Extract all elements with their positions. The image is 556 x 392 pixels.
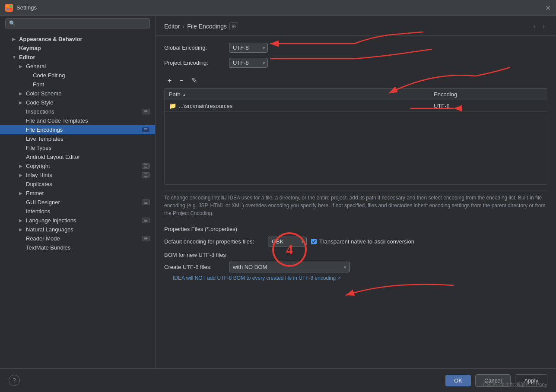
expand-arrow: ▶: [19, 218, 24, 223]
project-encoding-label: Project Encoding:: [164, 60, 225, 66]
ok-button[interactable]: OK: [445, 375, 471, 386]
sidebar-item-gui-designer[interactable]: GUI Designer ☰: [0, 198, 155, 207]
default-encoding-row: Default encoding for properties files: G…: [164, 237, 547, 247]
expand-arrow: ▶: [12, 37, 17, 41]
sidebar-item-file-code-templates[interactable]: File and Code Templates: [0, 116, 155, 125]
sidebar-item-label: Inspections: [26, 108, 54, 115]
main-layout: ▶ Appearance & Behavior Keymap ▼ Editor …: [0, 16, 556, 368]
title-bar: Settings ✕: [0, 0, 556, 16]
search-input[interactable]: [5, 18, 150, 28]
sidebar-item-file-encodings[interactable]: File Encodings ☰: [0, 125, 155, 134]
sidebar-item-label: Font: [33, 81, 44, 88]
search-container: [0, 16, 155, 31]
table-row[interactable]: 📁 ...\src\main\resources UTF-8: [165, 100, 547, 112]
sidebar-item-label: File Encodings: [26, 126, 63, 133]
table-empty-space: [165, 115, 547, 184]
content-area: Editor › File Encodings ⊞ ‹ › Global Enc…: [156, 16, 556, 368]
sidebar-item-label: Editor: [19, 54, 35, 60]
sidebar-item-language-injections[interactable]: ▶ Language Injections ☰: [0, 216, 155, 225]
sidebar-item-label: Emmet: [26, 190, 44, 196]
breadcrumb-icon: ⊞: [229, 22, 238, 30]
sidebar-item-label: Keymap: [19, 45, 41, 51]
encoding-column-header[interactable]: Encoding: [429, 89, 547, 100]
bom-section-title: BOM for new UTF-8 files: [164, 252, 547, 258]
sidebar-item-code-editing[interactable]: Code Editing: [0, 71, 155, 80]
close-button[interactable]: ✕: [545, 3, 551, 12]
nav-back-button[interactable]: ‹: [531, 22, 538, 31]
create-utf8-select[interactable]: with NO BOM: [229, 262, 350, 272]
transparent-checkbox[interactable]: [311, 239, 317, 244]
bom-section: BOM for new UTF-8 files Create UTF-8 fil…: [164, 252, 547, 281]
sidebar-item-label: Language Injections: [26, 217, 76, 224]
help-button[interactable]: ?: [9, 375, 20, 386]
watermark: CSDN @大数据架构师Pony: [483, 381, 547, 389]
path-column-header[interactable]: Path: [165, 89, 429, 100]
sidebar-item-label: Copyright: [26, 163, 50, 169]
sidebar-item-keymap[interactable]: Keymap: [0, 44, 155, 53]
nav-forward-button[interactable]: ›: [540, 22, 547, 31]
bottom-bar: ? OK Cancel Apply: [0, 368, 556, 392]
sidebar-item-color-scheme[interactable]: ▶ Color Scheme: [0, 89, 155, 98]
project-encoding-wrapper: UTF-8: [229, 58, 268, 68]
default-encoding-select[interactable]: GBK: [268, 237, 307, 247]
sidebar-item-label: Reader Mode: [26, 235, 60, 242]
sidebar-item-duplicates[interactable]: Duplicates: [0, 180, 155, 189]
sidebar-item-natural-languages[interactable]: ▶ Natural Languages: [0, 225, 155, 234]
expand-arrow: ▶: [19, 173, 24, 177]
content-body: Global Encoding: UTF-8 Project Encoding:…: [156, 36, 556, 288]
svg-rect-0: [6, 5, 9, 7]
add-button[interactable]: +: [164, 75, 175, 86]
create-utf8-row: Create UTF-8 files: with NO BOM: [164, 262, 547, 272]
remove-button[interactable]: −: [176, 75, 187, 86]
sidebar-item-textmate-bundles[interactable]: TextMate Bundles: [0, 243, 155, 252]
path-with-icon: 📁 ...\src\main\resources: [169, 102, 425, 109]
sidebar-item-general[interactable]: ▶ General: [0, 62, 155, 71]
sidebar-item-code-style[interactable]: ▶ Code Style: [0, 98, 155, 107]
sidebar-item-emmet[interactable]: ▶ Emmet: [0, 189, 155, 198]
sidebar-item-intentions[interactable]: Intentions: [0, 207, 155, 216]
breadcrumb-part2: File Encodings: [187, 23, 227, 30]
app-icon: [5, 4, 13, 12]
sidebar-item-live-templates[interactable]: Live Templates: [0, 134, 155, 143]
sidebar-item-label: TextMate Bundles: [26, 244, 70, 251]
sidebar-item-label: File Types: [26, 145, 51, 151]
lang-inject-badge: ☰: [142, 218, 150, 223]
sidebar-item-label: Natural Languages: [26, 226, 73, 233]
breadcrumb-separator: ›: [183, 23, 185, 30]
encodings-table-container: Path Encoding 📁 ...\sr: [164, 89, 547, 185]
breadcrumb: Editor › File Encodings ⊞: [164, 22, 238, 30]
sidebar-item-label: Color Scheme: [26, 90, 61, 97]
sidebar-item-android-layout-editor[interactable]: Android Layout Editor: [0, 152, 155, 161]
sidebar-item-appearance[interactable]: ▶ Appearance & Behavior: [0, 35, 155, 44]
path-value: ...\src\main\resources: [179, 103, 232, 109]
sidebar-item-copyright[interactable]: ▶ Copyright ☰: [0, 161, 155, 171]
folder-icon: 📁: [169, 102, 176, 109]
project-encoding-select[interactable]: UTF-8: [229, 58, 268, 68]
default-encoding-select-wrapper: GBK: [268, 237, 307, 247]
sidebar-item-label: Code Style: [26, 99, 54, 106]
breadcrumb-part1: Editor: [164, 23, 180, 30]
nav-arrows: ‹ ›: [531, 22, 547, 31]
edit-button[interactable]: ✎: [188, 75, 200, 86]
sidebar-item-reader-mode[interactable]: Reader Mode ☰: [0, 234, 155, 243]
sidebar-item-inlay-hints[interactable]: ▶ Inlay Hints ☰: [0, 171, 155, 180]
sidebar-item-file-types[interactable]: File Types: [0, 143, 155, 152]
global-encoding-wrapper: UTF-8: [229, 43, 268, 53]
idea-note-link[interactable]: IDEA will NOT add UTF-8 BOM to every cre…: [173, 275, 547, 281]
inlay-hints-badge: ☰: [142, 172, 150, 178]
sidebar-item-label: Code Editing: [33, 72, 65, 79]
sidebar-item-label: Intentions: [26, 208, 50, 215]
sidebar-item-label: GUI Designer: [26, 199, 60, 205]
svg-rect-2: [6, 8, 9, 10]
global-encoding-select[interactable]: UTF-8: [229, 43, 268, 53]
default-encoding-label: Default encoding for properties files:: [164, 238, 264, 245]
sidebar-item-inspections[interactable]: Inspections ☰: [0, 107, 155, 116]
sidebar-item-editor[interactable]: ▼ Editor: [0, 53, 155, 62]
tree-container: ▶ Appearance & Behavior Keymap ▼ Editor …: [0, 31, 155, 256]
global-encoding-label: Global Encoding:: [164, 44, 225, 51]
create-utf8-select-wrapper: with NO BOM: [229, 262, 350, 272]
transparent-label: Transparent native-to-ascii conversion: [319, 238, 414, 245]
expand-arrow: ▶: [19, 164, 24, 168]
sidebar-item-font[interactable]: Font: [0, 80, 155, 89]
path-cell: 📁 ...\src\main\resources: [165, 100, 429, 112]
